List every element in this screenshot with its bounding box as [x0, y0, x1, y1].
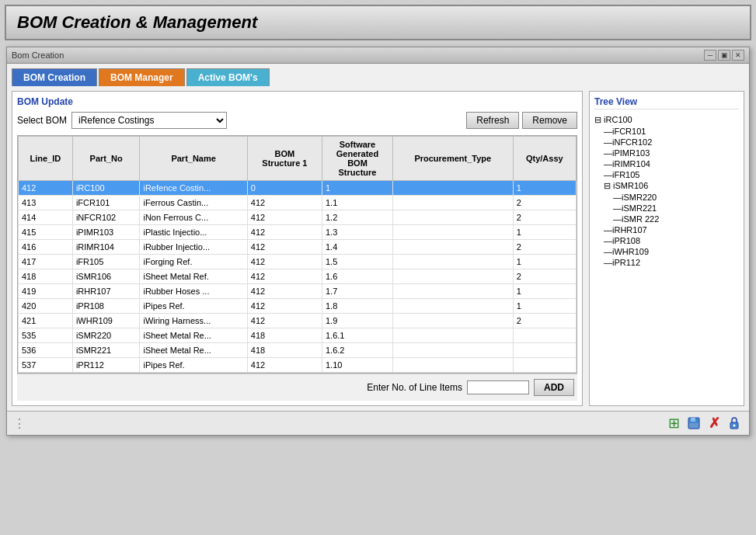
tree-node[interactable]: —iWHR109: [594, 246, 739, 257]
cell-part-name: iPlastic Injectio...: [140, 225, 247, 240]
cell-sw-generated: 1.9: [322, 314, 393, 328]
cell-line-id: 536: [19, 343, 73, 358]
cell-bom-structure: 412: [247, 255, 322, 269]
page-title: BOM Creation & Management: [5, 5, 751, 40]
table-row[interactable]: 414iNFCR102iNon Ferrous C...4121.22: [19, 210, 577, 225]
cell-procurement-type: [392, 358, 513, 373]
bom-select[interactable]: iRefence Costings: [71, 112, 227, 129]
cell-bom-structure: 418: [247, 328, 322, 343]
bottom-icons: ⊞ ✗: [665, 415, 743, 432]
select-bom-row: Select BOM iRefence Costings Refresh Rem…: [17, 112, 577, 129]
cell-sw-generated: 1.4: [322, 240, 393, 255]
col-part-name: Part_Name: [140, 137, 247, 181]
tree-node[interactable]: —iNFCR102: [594, 137, 739, 148]
close-button[interactable]: ✕: [732, 50, 744, 61]
cell-procurement-type: [392, 181, 513, 196]
table-row[interactable]: 535iSMR220iSheet Metal Re...4181.6.1: [19, 328, 577, 343]
cell-part-name: iForging Ref.: [140, 255, 247, 269]
cell-bom-structure: 412: [247, 299, 322, 314]
cell-qty-assy: 2: [513, 269, 576, 284]
tree-container: ⊟ iRC100—iFCR101—iNFCR102—iPIMR103—iRIMR…: [594, 114, 739, 268]
table-row[interactable]: 418iSMR106iSheet Metal Ref.4121.62: [19, 269, 577, 284]
add-button[interactable]: ADD: [534, 379, 574, 396]
cell-qty-assy: 1: [513, 181, 576, 196]
tree-node[interactable]: —iPIMR103: [594, 148, 739, 158]
svg-point-4: [733, 425, 736, 427]
col-procurement-type: Procurement_Type: [392, 137, 513, 181]
cell-line-id: 537: [19, 358, 73, 373]
tree-node[interactable]: ⊟ iRC100: [594, 114, 739, 126]
table-row[interactable]: 417iFR105iForging Ref.4121.51: [19, 255, 577, 269]
cell-part-name: iNon Ferrous C...: [140, 210, 247, 225]
table-row[interactable]: 537iPR112iPipes Ref.4121.10: [19, 358, 577, 373]
tree-node[interactable]: —iRHR107: [594, 224, 739, 235]
lock-icon[interactable]: [726, 415, 743, 432]
window-controls: ─ ▣ ✕: [704, 50, 744, 61]
cell-line-id: 421: [19, 314, 73, 328]
cell-part-name: iPipes Ref.: [140, 299, 247, 314]
cell-procurement-type: [392, 240, 513, 255]
cell-bom-structure: 0: [247, 181, 322, 196]
table-row[interactable]: 536iSMR221iSheet Metal Re...4181.6.2: [19, 343, 577, 358]
cell-procurement-type: [392, 210, 513, 225]
cell-sw-generated: 1.6: [322, 269, 393, 284]
table-row[interactable]: 421iWHR109iWiring Harness...4121.92: [19, 314, 577, 328]
cell-sw-generated: 1.10: [322, 358, 393, 373]
cell-procurement-type: [392, 284, 513, 299]
table-row[interactable]: 415iPIMR103iPlastic Injectio...4121.31: [19, 225, 577, 240]
bom-table-container: Line_ID Part_No Part_Name BOMStructure 1…: [17, 135, 577, 373]
table-row[interactable]: 412iRC100iRefence Costin...011: [19, 181, 577, 196]
bom-update-title: BOM Update: [17, 96, 577, 107]
window-body: BOM Update Select BOM iRefence Costings …: [7, 86, 749, 411]
restore-button[interactable]: ▣: [718, 50, 730, 61]
minimize-button[interactable]: ─: [704, 50, 716, 61]
cell-part-no: iRC100: [72, 181, 140, 196]
bom-window: Bom Creation ─ ▣ ✕ BOM Creation BOM Mana…: [6, 47, 750, 436]
cell-part-no: iSMR220: [72, 328, 140, 343]
cell-qty-assy: 1: [513, 225, 576, 240]
cell-bom-structure: 412: [247, 269, 322, 284]
table-row[interactable]: 416iRIMR104iRubber Injectio...4121.42: [19, 240, 577, 255]
tree-node[interactable]: ⊟ iSMR106: [594, 180, 739, 192]
cell-part-name: iSheet Metal Ref.: [140, 269, 247, 284]
line-items-input[interactable]: [467, 380, 529, 394]
tree-node[interactable]: —iPR108: [594, 235, 739, 246]
table-row[interactable]: 419iRHR107iRubber Hoses ...4121.71: [19, 284, 577, 299]
window-title-bar: Bom Creation ─ ▣ ✕: [7, 47, 749, 64]
add-row: Enter No. of Line Items ADD: [17, 373, 577, 401]
refresh-button[interactable]: Refresh: [466, 112, 519, 129]
cell-line-id: 417: [19, 255, 73, 269]
cell-procurement-type: [392, 196, 513, 210]
cell-procurement-type: [392, 343, 513, 358]
tree-node[interactable]: —iSMR221: [594, 203, 739, 214]
cell-part-name: iRubber Injectio...: [140, 240, 247, 255]
tab-bom-manager[interactable]: BOM Manager: [99, 68, 185, 86]
table-row[interactable]: 413iFCR101iFerrous Castin...4121.12: [19, 196, 577, 210]
cell-line-id: 416: [19, 240, 73, 255]
cell-part-no: iSMR106: [72, 269, 140, 284]
tree-node[interactable]: —iRIMR104: [594, 158, 739, 169]
tab-active-boms[interactable]: Active BOM's: [186, 68, 270, 86]
remove-button[interactable]: Remove: [522, 112, 577, 129]
cell-part-no: iRIMR104: [72, 240, 140, 255]
tree-node[interactable]: —iPR112: [594, 257, 739, 268]
table-row[interactable]: 420iPR108iPipes Ref.4121.81: [19, 299, 577, 314]
cell-line-id: 414: [19, 210, 73, 225]
cell-part-no: iNFCR102: [72, 210, 140, 225]
tree-node[interactable]: —iFCR101: [594, 126, 739, 137]
grid-icon[interactable]: ⊞: [665, 415, 682, 432]
tree-node[interactable]: —iSMR 222: [594, 214, 739, 224]
cell-procurement-type: [392, 225, 513, 240]
tree-node[interactable]: —iFR105: [594, 169, 739, 180]
save-icon[interactable]: [685, 415, 702, 432]
cell-qty-assy: 1: [513, 255, 576, 269]
cell-qty-assy: [513, 358, 576, 373]
cell-sw-generated: 1.8: [322, 299, 393, 314]
tab-bom-creation[interactable]: BOM Creation: [12, 68, 97, 86]
cell-line-id: 420: [19, 299, 73, 314]
delete-icon[interactable]: ✗: [705, 415, 723, 432]
cell-line-id: 419: [19, 284, 73, 299]
cell-line-id: 413: [19, 196, 73, 210]
cell-line-id: 535: [19, 328, 73, 343]
tree-node[interactable]: —iSMR220: [594, 192, 739, 203]
